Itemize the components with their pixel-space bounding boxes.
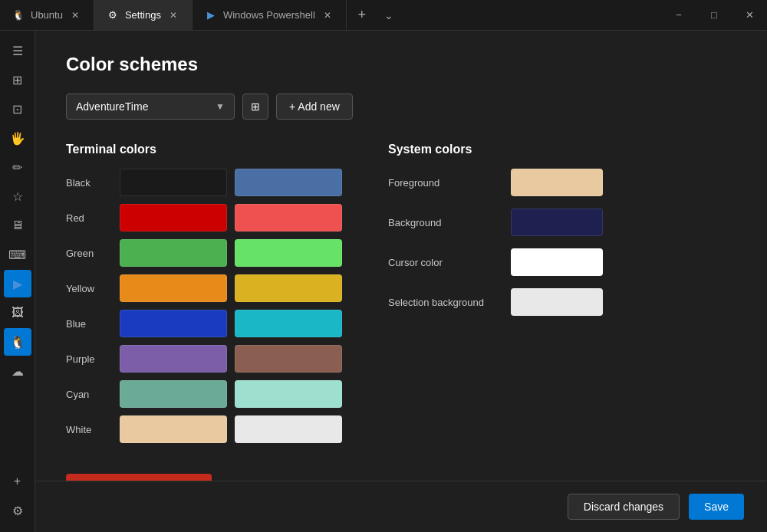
color-swatch-red-bright[interactable]: [235, 204, 342, 232]
minimize-button[interactable]: −: [661, 0, 696, 30]
system-color-label-selection: Selection background: [388, 297, 495, 308]
scheme-selector-row: AdventureTime ▼ ⊞ + Add new: [66, 94, 736, 120]
color-row-green: Green: [66, 239, 342, 267]
scheme-dropdown-value: AdventureTime: [76, 100, 148, 113]
tab-settings-label: Settings: [125, 9, 161, 21]
copy-scheme-button[interactable]: ⊞: [242, 94, 268, 120]
save-button[interactable]: Save: [689, 494, 744, 520]
scheme-dropdown[interactable]: AdventureTime ▼: [66, 94, 235, 120]
color-label-yellow: Yellow: [66, 283, 112, 294]
color-swatch-white-bright[interactable]: [235, 415, 342, 443]
powershell-tab-icon: ▶: [205, 9, 217, 21]
colors-sections: Terminal colors Black Red Green: [66, 143, 736, 451]
tab-settings[interactable]: ⚙ Settings ✕: [94, 0, 193, 30]
system-color-swatch-background[interactable]: [511, 209, 603, 236]
system-colors-title: System colors: [388, 143, 603, 156]
system-color-swatch-selection[interactable]: [511, 288, 603, 316]
color-label-cyan: Cyan: [66, 389, 112, 400]
ubuntu-icon: 🐧: [12, 9, 25, 21]
system-color-row-foreground: Foreground: [388, 169, 603, 196]
color-swatch-cyan-normal[interactable]: [120, 380, 227, 408]
discard-changes-button[interactable]: Discard changes: [568, 494, 680, 520]
sidebar-item-monitor[interactable]: 🖥: [4, 212, 31, 239]
terminal-colors-title: Terminal colors: [66, 143, 342, 156]
color-swatch-green-normal[interactable]: [120, 239, 227, 267]
copy-icon: ⊞: [251, 100, 260, 113]
tab-powershell[interactable]: ▶ Windows Powershell ✕: [193, 0, 347, 30]
sidebar-item-linux[interactable]: 🐧: [4, 328, 31, 356]
sidebar-item-star[interactable]: ☆: [4, 182, 31, 210]
color-row-yellow: Yellow: [66, 274, 342, 302]
add-tab-button[interactable]: +: [347, 0, 377, 30]
system-color-label-background: Background: [388, 217, 495, 228]
terminal-colors-section: Terminal colors Black Red Green: [66, 143, 342, 451]
color-label-blue: Blue: [66, 318, 112, 330]
tab-settings-close[interactable]: ✕: [167, 9, 179, 21]
page-title: Color schemes: [66, 54, 736, 75]
sidebar-item-add[interactable]: +: [4, 468, 31, 495]
color-label-green: Green: [66, 248, 112, 259]
sidebar: ☰ ⊞ ⊡ 🖐 ✏ ☆ 🖥 ⌨ ▶ 🖼 🐧 ☁ + ⚙: [0, 31, 35, 532]
system-color-row-selection: Selection background: [388, 288, 603, 316]
color-swatch-purple-bright[interactable]: [235, 345, 342, 373]
color-row-black: Black: [66, 169, 342, 196]
settings-icon: ⚙: [107, 9, 119, 21]
color-swatch-cyan-bright[interactable]: [235, 380, 342, 408]
color-swatch-blue-normal[interactable]: [120, 310, 227, 337]
sidebar-item-cloud[interactable]: ☁: [4, 357, 31, 385]
system-color-label-cursor: Cursor color: [388, 257, 495, 268]
sidebar-item-image[interactable]: 🖼: [4, 299, 31, 327]
color-swatch-blue-bright[interactable]: [235, 310, 342, 337]
color-row-blue: Blue: [66, 310, 342, 337]
color-row-white: White: [66, 415, 342, 443]
system-color-row-background: Background: [388, 209, 603, 236]
maximize-button[interactable]: □: [696, 0, 732, 30]
sidebar-item-edit[interactable]: ✏: [4, 153, 31, 181]
tab-ubuntu-close[interactable]: ✕: [69, 9, 81, 21]
app-body: ☰ ⊞ ⊡ 🖐 ✏ ☆ 🖥 ⌨ ▶ 🖼 🐧 ☁ + ⚙ Color scheme…: [0, 31, 767, 532]
color-row-cyan: Cyan: [66, 380, 342, 408]
main-content: Color schemes AdventureTime ▼ ⊞ + Add ne…: [35, 31, 767, 532]
tab-powershell-close[interactable]: ✕: [321, 9, 334, 21]
scheme-dropdown-arrow: ▼: [216, 101, 225, 112]
color-swatch-black-bright[interactable]: [235, 169, 342, 196]
sidebar-item-settings[interactable]: ⚙: [4, 497, 31, 524]
color-swatch-purple-normal[interactable]: [120, 345, 227, 373]
color-swatch-black-normal[interactable]: [120, 169, 227, 196]
color-swatch-yellow-bright[interactable]: [235, 274, 342, 302]
sidebar-item-search[interactable]: ⊞: [4, 66, 31, 94]
bottom-bar: Discard changes Save: [35, 481, 767, 532]
sidebar-item-powershell[interactable]: ▶: [4, 270, 31, 297]
sidebar-item-profiles[interactable]: ⊡: [4, 95, 31, 123]
system-color-row-cursor: Cursor color: [388, 248, 603, 276]
system-color-swatch-cursor[interactable]: [511, 248, 603, 276]
tab-ubuntu[interactable]: 🐧 Ubuntu ✕: [0, 0, 94, 30]
sidebar-item-menu[interactable]: ☰: [4, 37, 31, 64]
color-swatch-white-normal[interactable]: [120, 415, 227, 443]
color-row-red: Red: [66, 204, 342, 232]
system-color-label-foreground: Foreground: [388, 177, 495, 189]
color-row-purple: Purple: [66, 345, 342, 373]
tab-ubuntu-label: Ubuntu: [31, 9, 63, 21]
close-button[interactable]: ✕: [732, 0, 767, 30]
color-label-red: Red: [66, 212, 112, 224]
color-label-white: White: [66, 424, 112, 435]
sidebar-item-hand[interactable]: 🖐: [4, 124, 31, 152]
tab-powershell-label: Windows Powershell: [223, 9, 315, 21]
add-new-button[interactable]: + Add new: [276, 94, 353, 120]
sidebar-bottom: + ⚙: [4, 468, 31, 532]
color-swatch-yellow-normal[interactable]: [120, 274, 227, 302]
titlebar: 🐧 Ubuntu ✕ ⚙ Settings ✕ ▶ Windows Powers…: [0, 0, 767, 31]
system-colors-section: System colors Foreground Background Curs…: [388, 143, 603, 451]
system-color-swatch-foreground[interactable]: [511, 169, 603, 196]
add-new-label: + Add new: [289, 100, 340, 113]
color-label-black: Black: [66, 177, 112, 189]
color-label-purple: Purple: [66, 353, 112, 365]
tabs-dropdown[interactable]: ⌄: [377, 0, 400, 30]
sidebar-item-keyboard[interactable]: ⌨: [4, 241, 31, 268]
color-swatch-green-bright[interactable]: [235, 239, 342, 267]
color-swatch-red-normal[interactable]: [120, 204, 227, 232]
